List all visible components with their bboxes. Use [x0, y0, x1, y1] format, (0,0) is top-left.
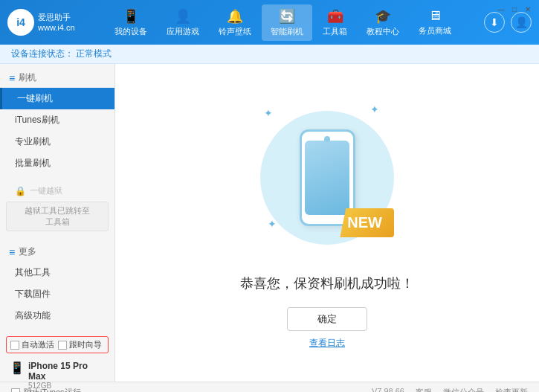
nav-toolbox-label: 工具箱 [323, 26, 347, 37]
nav-ringtones-label: 铃声壁纸 [219, 26, 251, 37]
success-message: 恭喜您，保资料刷机成功啦！ [240, 274, 414, 292]
user-button[interactable]: 👤 [511, 12, 532, 33]
sparkle-top-left: ✦ [264, 107, 273, 119]
sidebar-item-itunes-flash[interactable]: iTunes刷机 [0, 109, 114, 131]
sidebar-item-download-fw[interactable]: 下载固件 [0, 283, 114, 305]
nav-toolbox[interactable]: 🧰 工具箱 [314, 4, 356, 41]
sidebar-flash-group: ≡ 刷机 [0, 68, 114, 88]
lock-icon: 🔒 [15, 186, 26, 196]
nav-my-device-label: 我的设备 [114, 26, 147, 37]
sidebar-more-section: ≡ 更多 其他工具 下载固件 高级功能 [0, 238, 114, 330]
nav-service-label: 务员商城 [419, 25, 451, 36]
close-button[interactable]: ✕ [523, 4, 533, 14]
download-button[interactable]: ⬇ [484, 12, 505, 33]
logo-icon: i4 [7, 9, 34, 36]
more-group-icon: ≡ [9, 246, 15, 258]
nav-tutorial[interactable]: 🎓 教程中心 [358, 4, 408, 41]
flash-group-icon: ≡ [9, 72, 15, 84]
ringtones-icon: 🔔 [227, 8, 243, 25]
sparkle-bottom-left: ✦ [268, 218, 277, 230]
sidebar-more-label: 更多 [19, 245, 36, 258]
device-name: iPhone 15 Pro Max [28, 361, 105, 382]
new-label: NEW [347, 214, 382, 231]
device-phone-icon: 📱 [10, 361, 25, 375]
footer-home-link[interactable]: 客服 [416, 387, 432, 392]
phone-screen [305, 141, 349, 215]
itunes-block-checkbox[interactable] [11, 388, 20, 393]
sparkle-top-right: ✦ [370, 103, 379, 115]
main-layout: ≡ 刷机 一键刷机 iTunes刷机 专业刷机 批量刷机 🔒 一键越狱 越狱工具… [0, 64, 539, 382]
main-content: ✦ ✦ NEW ✦✦ ✦ 恭喜您，保资料刷机成功啦！ 确定 查看日志 [115, 64, 539, 382]
status-bar: 设备连接状态： 正常模式 [0, 45, 539, 64]
new-banner: NEW ✦✦ [340, 208, 394, 237]
sidebar-item-pro-flash[interactable]: 专业刷机 [0, 131, 114, 152]
toolbox-icon: 🧰 [327, 8, 343, 25]
app-header: i4 爱思助手 www.i4.cn 📱 我的设备 👤 应用游戏 🔔 铃声壁纸 🔄… [0, 0, 539, 45]
sidebar-item-batch-flash[interactable]: 批量刷机 [0, 152, 114, 174]
status-value: 正常模式 [76, 48, 112, 59]
logo-text: 爱思助手 www.i4.cn [38, 12, 75, 33]
sidebar-item-advanced[interactable]: 高级功能 [0, 305, 114, 327]
sidebar-item-one-key-flash[interactable]: 一键刷机 [0, 88, 114, 109]
app-logo: i4 爱思助手 www.i4.cn [7, 9, 82, 36]
status-label: 设备连接状态： [11, 48, 74, 59]
auto-options-row: 自动激活 跟时向导 [6, 336, 109, 353]
footer-wechat-link[interactable]: 微信公众号 [443, 387, 484, 392]
timed-guide-checkbox[interactable] [58, 341, 67, 350]
nav-service[interactable]: 🖥 务员商城 [410, 4, 460, 41]
auto-activate-checkbox[interactable] [10, 341, 19, 350]
nav-apps-games[interactable]: 👤 应用游戏 [158, 4, 208, 41]
nav-smart-flash[interactable]: 🔄 智能刷机 [262, 4, 312, 41]
sidebar-disabled-jailbreak: 🔒 一键越狱 [0, 182, 114, 199]
apps-games-icon: 👤 [175, 8, 191, 25]
sidebar: ≡ 刷机 一键刷机 iTunes刷机 专业刷机 批量刷机 🔒 一键越狱 越狱工具… [0, 64, 115, 382]
nav-smart-flash-label: 智能刷机 [271, 26, 303, 37]
version-label: V7.98.66 [372, 387, 404, 392]
header-right: ⬇ 👤 [484, 12, 532, 33]
sidebar-item-other-tools[interactable]: 其他工具 [0, 262, 114, 283]
footer-update-link[interactable]: 检查更新 [495, 387, 528, 392]
sidebar-more-group: ≡ 更多 [0, 242, 114, 262]
maximize-button[interactable]: □ [509, 4, 520, 14]
phone-illustration: ✦ ✦ NEW ✦✦ ✦ [253, 96, 401, 260]
timed-guide-label: 跟时向导 [69, 339, 102, 350]
phone-camera [324, 136, 330, 142]
footer-left: 阻止iTunes运行 [11, 387, 357, 392]
jailbreak-label: 一键越狱 [30, 185, 62, 196]
auto-activate-label: 自动激活 [22, 339, 54, 350]
view-log-link[interactable]: 查看日志 [309, 337, 345, 350]
minimize-button[interactable]: — [496, 4, 506, 14]
footer-right: V7.98.66 客服 微信公众号 检查更新 [372, 387, 528, 392]
nav-apps-games-label: 应用游戏 [167, 26, 199, 37]
service-icon: 🖥 [428, 8, 442, 24]
confirm-button[interactable]: 确定 [287, 307, 367, 331]
sidebar-bottom: 自动激活 跟时向导 📱 iPhone 15 Pro Max 512GB iPho… [0, 330, 114, 392]
smart-flash-icon: 🔄 [279, 8, 295, 25]
main-nav: 📱 我的设备 👤 应用游戏 🔔 铃声壁纸 🔄 智能刷机 🧰 工具箱 🎓 [82, 4, 484, 41]
nav-my-device[interactable]: 📱 我的设备 [106, 4, 156, 41]
timed-guide-option[interactable]: 跟时向导 [58, 339, 102, 350]
auto-activate-option[interactable]: 自动激活 [10, 339, 54, 350]
itunes-block-label: 阻止iTunes运行 [24, 387, 81, 392]
tutorial-icon: 🎓 [375, 8, 391, 25]
sidebar-warning-box: 越狱工具已跳转至工具箱 [6, 202, 109, 231]
nav-tutorial-label: 教程中心 [367, 26, 399, 37]
sidebar-flash-section: ≡ 刷机 一键刷机 iTunes刷机 专业刷机 批量刷机 [0, 64, 114, 178]
sidebar-flash-label: 刷机 [19, 71, 36, 84]
new-badge: NEW ✦✦ [340, 208, 394, 237]
nav-ringtones[interactable]: 🔔 铃声壁纸 [210, 4, 260, 41]
my-device-icon: 📱 [123, 8, 139, 25]
